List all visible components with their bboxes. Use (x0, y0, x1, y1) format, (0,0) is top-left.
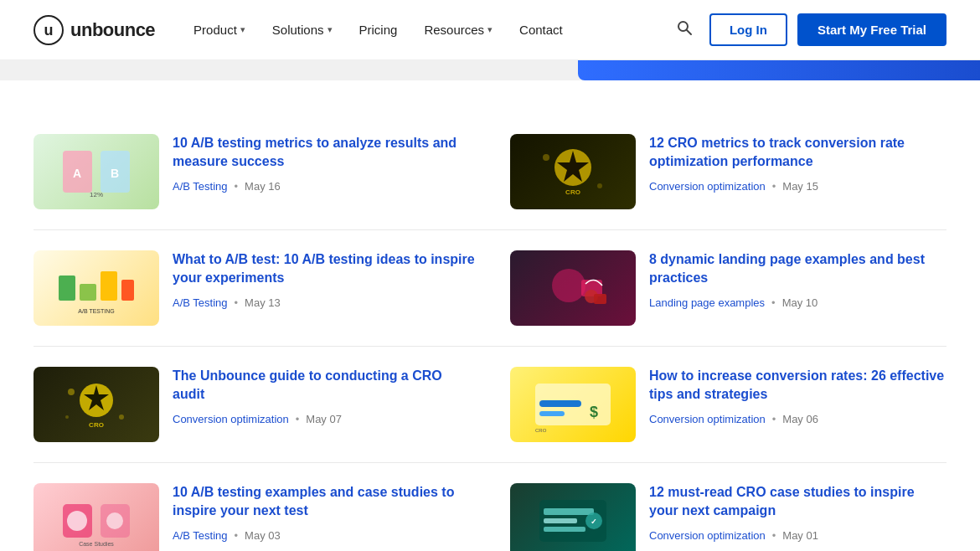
article-title[interactable]: 12 CRO metrics to track conversion rate … (649, 134, 946, 172)
article-item: A B 12% 10 A/B testing metrics to analyz… (34, 114, 490, 230)
thumb-visual: CRO (510, 134, 636, 209)
nav-resources[interactable]: Resources ▾ (412, 16, 504, 44)
article-title[interactable]: 10 A/B testing metrics to analyze result… (173, 134, 477, 172)
article-title[interactable]: The Unbounce guide to conducting a CRO a… (173, 367, 477, 404)
svg-point-19 (552, 269, 585, 302)
article-item: 8 dynamic landing page examples and best… (490, 230, 946, 347)
nav-product[interactable]: Product ▾ (182, 16, 257, 44)
article-meta: A/B Testing • May 03 (173, 529, 477, 542)
article-title[interactable]: What to A/B test: 10 A/B testing ideas t… (173, 250, 477, 288)
article-date: May 15 (782, 180, 818, 193)
article-category[interactable]: A/B Testing (173, 296, 228, 309)
chevron-down-icon: ▾ (328, 24, 333, 35)
svg-text:B: B (111, 167, 119, 180)
article-thumbnail: CRO (510, 134, 636, 209)
svg-point-13 (597, 183, 602, 188)
article-title[interactable]: 8 dynamic landing page examples and best… (649, 250, 946, 288)
article-category[interactable]: A/B Testing (173, 180, 228, 193)
article-content: 8 dynamic landing page examples and best… (649, 250, 946, 309)
meta-separator: • (772, 529, 776, 542)
article-date: May 01 (782, 529, 818, 542)
svg-point-36 (67, 511, 87, 531)
svg-point-12 (543, 154, 549, 161)
logo-text: unbounce (70, 19, 155, 41)
article-date: May 10 (782, 296, 818, 309)
svg-text:A/B TESTING: A/B TESTING (78, 308, 114, 314)
thumb-visual: $ CRO (510, 367, 636, 442)
svg-rect-30 (539, 400, 581, 407)
article-title[interactable]: 10 A/B testing examples and case studies… (173, 483, 477, 521)
article-category[interactable]: Conversion optimization (649, 180, 766, 193)
article-meta: Conversion optimization • May 06 (649, 413, 946, 425)
article-meta: A/B Testing • May 13 (173, 296, 477, 309)
svg-text:$: $ (590, 404, 598, 420)
article-date: May 03 (245, 529, 281, 542)
svg-rect-31 (539, 411, 565, 416)
article-thumbnail: Case Studies (34, 483, 159, 551)
article-category[interactable]: Conversion optimization (173, 413, 289, 425)
article-meta: Conversion optimization • May 01 (649, 529, 946, 542)
thumb-visual (510, 250, 636, 326)
svg-text:Case Studies: Case Studies (79, 541, 114, 547)
svg-text:CRO: CRO (535, 428, 547, 433)
article-category[interactable]: A/B Testing (173, 529, 228, 542)
svg-text:CRO: CRO (565, 188, 580, 196)
nav-pricing[interactable]: Pricing (348, 16, 410, 44)
article-title[interactable]: How to increase conversion rates: 26 eff… (649, 367, 946, 404)
nav-contact[interactable]: Contact (508, 16, 575, 44)
article-thumbnail: A B 12% (34, 134, 159, 209)
logo[interactable]: u unbounce (34, 15, 155, 45)
svg-rect-17 (121, 280, 134, 301)
chevron-down-icon: ▾ (240, 24, 245, 35)
svg-rect-16 (101, 271, 117, 301)
header-actions: Log In Start My Free Trial (669, 13, 946, 47)
article-meta: Landing page examples • May 10 (649, 296, 946, 309)
article-item: CRO The Unbounce guide to conducting a C… (34, 347, 490, 463)
article-content: 12 CRO metrics to track conversion rate … (649, 134, 946, 193)
article-item: A/B TESTING What to A/B test: 10 A/B tes… (34, 230, 490, 347)
article-content: 12 must-read CRO case studies to inspire… (649, 483, 946, 542)
thumb-visual: A/B TESTING (34, 250, 159, 326)
article-date: May 16 (245, 180, 281, 193)
thumb-visual: A B 12% (34, 134, 159, 209)
article-category[interactable]: Landing page examples (649, 296, 765, 309)
article-meta: A/B Testing • May 16 (173, 180, 477, 193)
article-item: CRO 12 CRO metrics to track conversion r… (490, 114, 946, 230)
nav-solutions[interactable]: Solutions ▾ (260, 16, 344, 44)
search-button[interactable] (669, 13, 699, 47)
article-category[interactable]: Conversion optimization (649, 413, 766, 425)
login-button[interactable]: Log In (709, 13, 787, 46)
trial-button[interactable]: Start My Free Trial (797, 13, 946, 46)
article-thumbnail: CRO (34, 367, 159, 442)
thumb-visual: CRO (34, 367, 159, 442)
article-content: What to A/B test: 10 A/B testing ideas t… (173, 250, 477, 309)
chevron-down-icon: ▾ (487, 24, 493, 35)
svg-point-28 (65, 415, 69, 419)
svg-point-27 (119, 415, 124, 420)
article-title[interactable]: 12 must-read CRO case studies to inspire… (649, 483, 946, 521)
meta-separator: • (772, 413, 776, 425)
main-content: A B 12% 10 A/B testing metrics to analyz… (0, 80, 980, 551)
svg-rect-42 (544, 527, 585, 532)
svg-rect-41 (544, 518, 577, 523)
meta-separator: • (235, 180, 239, 193)
meta-separator: • (235, 296, 239, 309)
svg-rect-14 (59, 276, 75, 301)
header: u unbounce Product ▾ Solutions ▾ Pricing… (0, 0, 980, 60)
thumb-visual: Case Studies (34, 483, 159, 551)
article-thumbnail (510, 250, 636, 326)
articles-grid: A B 12% 10 A/B testing metrics to analyz… (34, 114, 946, 551)
search-icon (676, 19, 693, 36)
article-category[interactable]: Conversion optimization (649, 529, 766, 542)
svg-rect-22 (594, 294, 606, 304)
banner-bar (578, 60, 980, 80)
article-item: $ CRO How to increase conversion rates: … (490, 347, 946, 463)
meta-separator: • (235, 529, 239, 542)
article-meta: Conversion optimization • May 15 (649, 180, 946, 193)
meta-separator: • (771, 296, 776, 309)
svg-text:✓: ✓ (591, 518, 597, 526)
svg-text:12%: 12% (90, 191, 103, 198)
svg-rect-40 (544, 508, 594, 515)
article-thumbnail: A/B TESTING (34, 250, 159, 326)
article-date: May 06 (782, 413, 818, 425)
